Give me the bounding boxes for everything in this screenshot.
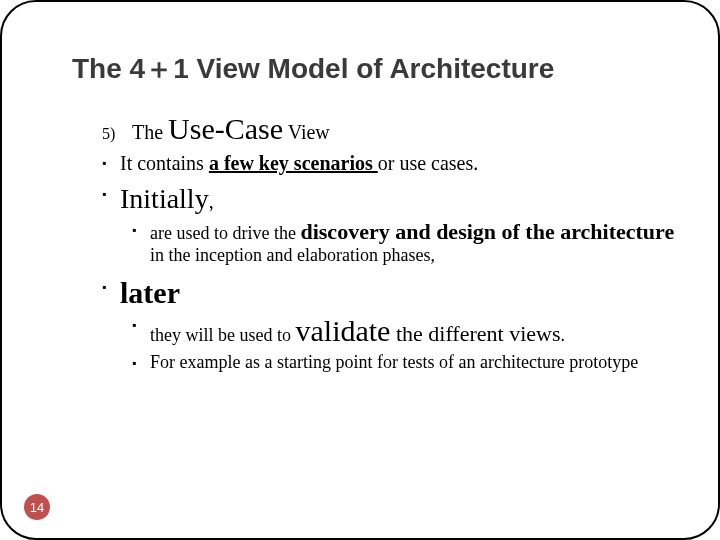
bullet-item: later [102,276,678,310]
slide-title: The 4＋1 View Model of Architecture [72,50,678,88]
text: View [283,121,330,143]
sub-bullet-item: are used to drive the discovery and desi… [132,219,678,266]
text: . [560,325,565,345]
text: For example as a starting point for test… [150,352,638,372]
emphasis-text: Use-Case [168,112,283,145]
page-number-badge: 14 [24,494,50,520]
content-area: 5) The Use-Case View It contains a few k… [72,112,678,377]
bullet-item: It contains a few key scenarios or use c… [102,152,678,175]
text: in the inception and elaboration phases, [150,245,435,265]
emphasis-text: later [120,276,180,309]
page-number: 14 [30,500,44,515]
text: the different views [390,321,560,346]
item-number: 5) [102,125,115,142]
text: are used to drive the [150,223,300,243]
text: or use cases. [378,152,479,174]
text: they will be used to [150,325,295,345]
sub-bullet-item: For example as a starting point for test… [132,352,678,373]
slide: The 4＋1 View Model of Architecture 5) Th… [0,0,720,540]
underline-text: a few key scenarios [209,152,378,174]
text: The [132,121,168,143]
emphasis-text: Initially [120,183,209,214]
bullet-item: Initially, [102,183,678,215]
numbered-item: 5) The Use-Case View [102,112,678,146]
emphasis-text: discovery and design of the architecture [300,219,674,244]
emphasis-text: validate [295,314,390,347]
text: It contains [120,152,209,174]
text: , [209,190,214,212]
sub-bullet-item: they will be used to validate the differ… [132,314,678,348]
